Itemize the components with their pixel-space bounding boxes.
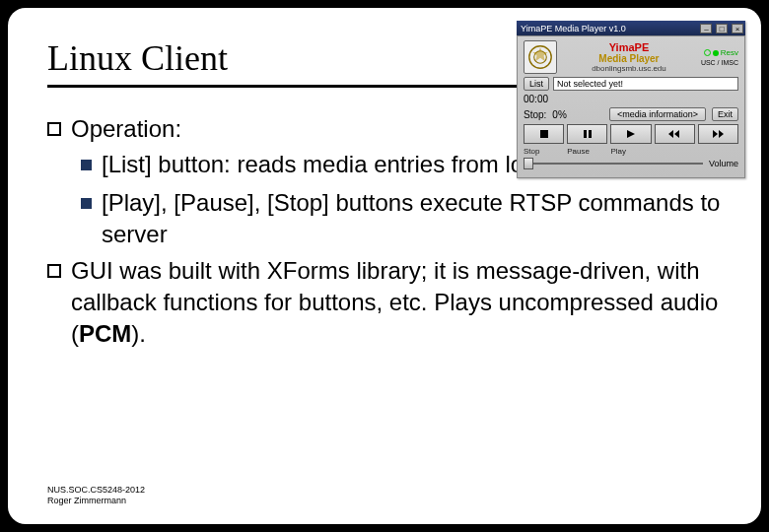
pause-label: Pause: [567, 147, 607, 156]
window-controls: – □ ×: [699, 23, 743, 34]
forward-button[interactable]: [698, 124, 738, 144]
square-bullet-icon: [47, 122, 61, 136]
stop-icon: [539, 129, 549, 139]
slide: Linux Client YimaPE Media Player v1.0 – …: [8, 8, 761, 524]
volume-slider[interactable]: [524, 159, 703, 168]
play-button[interactable]: [610, 124, 651, 144]
time-row: 00:00: [524, 94, 738, 104]
bullet-gui: GUI was built with XForms library; it is…: [47, 255, 722, 351]
bullet-text: Operation:: [71, 113, 181, 145]
svg-marker-5: [627, 130, 635, 138]
maximize-icon[interactable]: □: [716, 24, 728, 33]
brand-line-3: dbonlingsmb.usc.edu: [561, 64, 697, 73]
brand-line-2: Media Player: [561, 53, 697, 64]
slide-footer: NUS.SOC.CS5248-2012 Roger Zimmermann: [47, 485, 145, 506]
resv-dot-icon: [713, 50, 719, 56]
minimize-icon[interactable]: –: [700, 24, 712, 33]
svg-rect-2: [540, 130, 548, 138]
square-bullet-icon: [47, 264, 61, 278]
pause-button[interactable]: [567, 124, 607, 144]
volume-label: Volume: [709, 159, 738, 168]
forward-icon: [711, 129, 725, 139]
media-info-button[interactable]: <media information>: [609, 107, 706, 121]
close-icon[interactable]: ×: [732, 24, 743, 33]
svg-marker-9: [719, 130, 724, 138]
brand-line-1: YimaPE: [561, 41, 697, 53]
svg-marker-7: [674, 130, 679, 138]
status-row: Stop: 0% <media information> Exit: [524, 107, 738, 121]
selected-media-field: Not selected yet!: [553, 77, 738, 91]
svg-marker-6: [668, 130, 673, 138]
svg-rect-3: [584, 130, 587, 138]
rewind-button[interactable]: [655, 124, 695, 144]
footer-line-2: Roger Zimmermann: [47, 496, 145, 506]
bullet-text: GUI was built with XForms library; it is…: [71, 255, 722, 351]
stop-button[interactable]: [524, 124, 564, 144]
square-bullet-icon: [81, 198, 92, 209]
svg-marker-8: [713, 130, 718, 138]
window-titlebar[interactable]: YimaPE Media Player v1.0 – □ ×: [517, 21, 745, 35]
pause-icon: [583, 129, 593, 139]
transport-labels: Stop Pause Play: [524, 147, 738, 156]
footer-line-1: NUS.SOC.CS5248-2012: [47, 485, 145, 496]
time-display: 00:00: [524, 94, 548, 104]
resv-label: Resv: [721, 48, 738, 57]
player-header-row: YimaPE Media Player dbonlingsmb.usc.edu …: [524, 40, 738, 74]
percent-label: 0%: [552, 109, 566, 120]
window-title: YimaPE Media Player v1.0: [521, 24, 626, 33]
transport-row: [524, 124, 738, 144]
exit-button[interactable]: Exit: [712, 107, 738, 121]
media-player-window: YimaPE Media Player v1.0 – □ × YimaPE Me…: [517, 21, 745, 178]
list-button[interactable]: List: [524, 77, 549, 91]
bullet-text: [Play], [Pause], [Stop] buttons execute …: [102, 187, 722, 251]
usc-label: USC / IMSC: [701, 59, 738, 66]
brand-column: YimaPE Media Player dbonlingsmb.usc.edu: [561, 41, 697, 73]
slider-thumb-icon[interactable]: [524, 158, 533, 169]
resv-indicator: Resv: [704, 48, 738, 57]
resv-ring-icon: [704, 49, 711, 56]
selection-row: List Not selected yet!: [524, 77, 738, 91]
brand-side: Resv USC / IMSC: [701, 48, 738, 66]
svg-rect-4: [589, 130, 592, 138]
bullet-play-pause-stop: [Play], [Pause], [Stop] buttons execute …: [81, 187, 722, 251]
stop-stat-label: Stop:: [524, 109, 546, 120]
stop-label: Stop: [524, 147, 564, 156]
slider-track: [524, 163, 703, 165]
play-label: Play: [610, 147, 651, 156]
rewind-icon: [667, 129, 681, 139]
square-bullet-icon: [81, 160, 92, 170]
player-body: YimaPE Media Player dbonlingsmb.usc.edu …: [517, 35, 745, 178]
play-icon: [626, 129, 636, 139]
volume-row: Volume: [524, 159, 738, 168]
usc-seal-icon: [524, 40, 557, 74]
